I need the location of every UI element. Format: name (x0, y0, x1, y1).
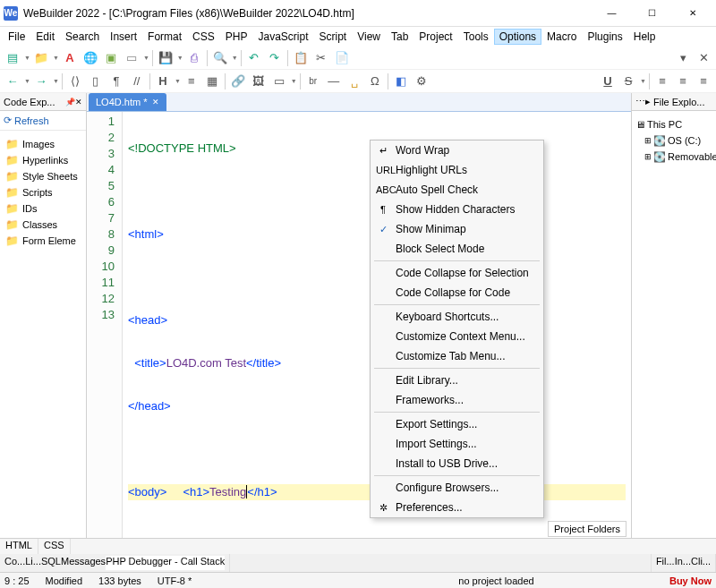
save-icon[interactable]: 💾 (156, 48, 175, 68)
cut-icon[interactable]: ✂ (311, 48, 331, 68)
folder-item[interactable]: 📁Classes (0, 217, 86, 233)
undo-icon[interactable]: ↶ (244, 48, 264, 68)
omega-icon[interactable]: Ω (365, 72, 385, 91)
align-center-icon[interactable]: ≡ (673, 72, 693, 91)
menu-help[interactable]: Help (628, 29, 661, 45)
hr-icon[interactable]: — (324, 72, 344, 91)
menu-file[interactable]: File (3, 29, 30, 45)
link-icon[interactable]: 🔗 (228, 72, 248, 91)
menu-item[interactable]: ✓Show Minimap (371, 219, 543, 239)
form-icon[interactable]: ▭ (269, 72, 289, 91)
menu-item[interactable]: ↵Word Wrap (371, 141, 543, 160)
folder-item[interactable]: 📁Style Sheets (0, 168, 86, 184)
strike-icon[interactable]: S (618, 72, 638, 91)
file-tab[interactable]: LO4D.htm *✕ (89, 93, 166, 111)
p-icon[interactable]: ¶ (107, 72, 126, 91)
redo-icon[interactable]: ↷ (265, 48, 285, 68)
menu-item[interactable]: Configure Browsers... (371, 478, 543, 498)
code-editor[interactable]: 12345678910111213 <!DOCTYPE HTML> <html>… (87, 112, 631, 538)
menu-project[interactable]: Project (413, 29, 457, 45)
menu-item[interactable]: Edit Library... (371, 371, 543, 390)
menu-item[interactable]: ¶Show Hidden Characters (371, 200, 543, 219)
folder-item[interactable]: 📁Form Eleme (0, 233, 86, 249)
menu-format[interactable]: Format (142, 29, 187, 45)
bottom-tab[interactable]: In... (675, 556, 691, 570)
script-icon[interactable]: ⚙ (412, 72, 431, 91)
folder-item[interactable]: 📁Scripts (0, 184, 86, 200)
maximize-button[interactable]: ☐ (632, 0, 672, 27)
tab-close-icon[interactable]: ✕ (152, 98, 159, 107)
minimize-button[interactable]: — (592, 0, 632, 27)
save-all-icon[interactable]: ⎙ (184, 48, 204, 68)
menu-insert[interactable]: Insert (105, 29, 142, 45)
arrow-right-icon[interactable]: → (31, 72, 51, 91)
menu-css[interactable]: CSS (187, 29, 220, 45)
menu-item[interactable]: Code Collapse for Code (371, 283, 543, 303)
menu-item[interactable]: Frameworks... (371, 390, 543, 410)
menu-search[interactable]: Search (60, 29, 105, 45)
list-icon[interactable]: ≡ (182, 72, 201, 91)
bottom-tab[interactable]: HTML (0, 539, 38, 554)
bottom-tab[interactable]: Messages (61, 556, 106, 570)
bottom-tab[interactable]: Co... (4, 556, 25, 570)
bottom-tab[interactable]: Cli... (691, 556, 711, 570)
folder-item[interactable]: 📁Images (0, 136, 86, 152)
menu-item[interactable]: ✲Preferences... (371, 498, 543, 517)
tree-item[interactable]: ⊞💽Removable D (632, 149, 716, 165)
dropdown-icon[interactable]: ▾ (673, 48, 693, 68)
close-button[interactable]: ✕ (672, 0, 712, 27)
refresh-button[interactable]: ⟳ Refresh (0, 111, 86, 131)
menu-item[interactable]: Export Settings... (371, 414, 543, 434)
menu-options[interactable]: Options (494, 29, 541, 45)
menu-edit[interactable]: Edit (30, 29, 60, 45)
menu-item[interactable]: URLHighlight URLs (371, 160, 543, 180)
menu-item[interactable]: Customize Tab Menu... (371, 346, 543, 366)
menu-item[interactable]: Block Select Mode (371, 239, 543, 259)
menu-item[interactable]: Import Settings... (371, 434, 543, 454)
menu-tools[interactable]: Tools (458, 29, 494, 45)
menu-item[interactable]: Code Collapse for Selection (371, 263, 543, 283)
tag-icon[interactable]: ⟨⟩ (65, 72, 85, 91)
folder-item[interactable]: 📁Hyperlinks (0, 152, 86, 168)
paste-icon[interactable]: 📄 (332, 48, 352, 68)
bottom-tab[interactable]: CSS (38, 539, 71, 554)
book-icon[interactable]: ▣ (101, 48, 121, 68)
menu-item[interactable]: Install to USB Drive... (371, 454, 543, 473)
menu-javascript[interactable]: JavaScript (252, 29, 313, 45)
div-icon[interactable]: ▯ (86, 72, 106, 91)
bottom-tab[interactable]: SQL (41, 556, 61, 570)
project-folders-tab[interactable]: Project Folders (548, 521, 626, 537)
search-icon[interactable]: 🔍 (210, 48, 230, 68)
menu-view[interactable]: View (352, 29, 386, 45)
menu-macro[interactable]: Macro (541, 29, 582, 45)
a-icon[interactable]: A (60, 48, 80, 68)
menu-php[interactable]: PHP (220, 29, 253, 45)
close-panel-icon[interactable]: ✕ (694, 48, 713, 68)
align-right-icon[interactable]: ≡ (694, 72, 713, 91)
arrow-left-icon[interactable]: ← (3, 72, 22, 91)
menu-tab[interactable]: Tab (386, 29, 413, 45)
table-icon[interactable]: ▦ (202, 72, 222, 91)
h-icon[interactable]: H (153, 72, 173, 91)
new-file-icon[interactable]: ▤ (3, 48, 22, 68)
br-icon[interactable]: br (303, 72, 323, 91)
bottom-tab[interactable]: Li... (25, 556, 41, 570)
bottom-tab[interactable]: Fil... (656, 556, 675, 570)
underline-icon[interactable]: U (598, 72, 618, 91)
menu-item[interactable]: ABCAuto Spell Check (371, 180, 543, 200)
menu-plugins[interactable]: Plugins (582, 29, 627, 45)
card-icon[interactable]: ▭ (122, 48, 141, 68)
folder-icon[interactable]: 📁 (31, 48, 51, 68)
globe-icon[interactable]: 🌐 (81, 48, 100, 68)
align-left-icon[interactable]: ≡ (652, 72, 672, 91)
folder-item[interactable]: 📁IDs (0, 200, 86, 217)
bottom-tab[interactable]: PHP Debugger - Call Stack (106, 556, 225, 570)
tree-item[interactable]: ⊞💽OS (C:) (632, 132, 716, 149)
comment-icon[interactable]: // (127, 72, 147, 91)
menu-script[interactable]: Script (314, 29, 353, 45)
pin-icon[interactable]: 📌✕ (65, 98, 82, 107)
menu-item[interactable]: Keyboard Shortcuts... (371, 307, 543, 327)
style-icon[interactable]: ◧ (391, 72, 411, 91)
image-icon[interactable]: 🖼 (249, 72, 268, 91)
tree-item[interactable]: 🖥This PC (632, 116, 716, 132)
